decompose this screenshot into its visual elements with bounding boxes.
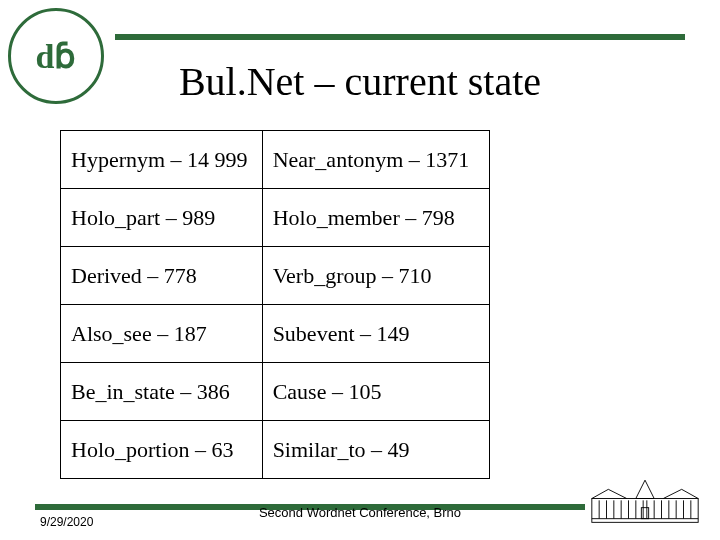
cell-also-see: Also_see – 187 [61, 305, 263, 363]
svg-marker-2 [636, 480, 654, 498]
header-divider [115, 34, 685, 40]
cell-near-antonym: Near_antonym – 1371 [262, 131, 489, 189]
table-row: Derived – 778 Verb_group – 710 [61, 247, 490, 305]
cell-derived: Derived – 778 [61, 247, 263, 305]
cell-holo-part: Holo_part – 989 [61, 189, 263, 247]
table-row: Holo_part – 989 Holo_member – 798 [61, 189, 490, 247]
table-row: Hypernym – 14 999 Near_antonym – 1371 [61, 131, 490, 189]
table-row: Holo_portion – 63 Similar_to – 49 [61, 421, 490, 479]
cell-similar-to: Similar_to – 49 [262, 421, 489, 479]
stats-table: Hypernym – 14 999 Near_antonym – 1371 Ho… [60, 130, 490, 479]
cell-cause: Cause – 105 [262, 363, 489, 421]
footer-date: 9/29/2020 [40, 515, 93, 529]
svg-rect-17 [641, 508, 648, 519]
table-row: Be_in_state – 386 Cause – 105 [61, 363, 490, 421]
cell-verb-group: Verb_group – 710 [262, 247, 489, 305]
cell-holo-member: Holo_member – 798 [262, 189, 489, 247]
slide-title: Bul.Net – current state [0, 58, 720, 105]
building-icon [590, 471, 700, 526]
cell-holo-portion: Holo_portion – 63 [61, 421, 263, 479]
table-row: Also_see – 187 Subevent – 149 [61, 305, 490, 363]
cell-hypernym: Hypernym – 14 999 [61, 131, 263, 189]
cell-subevent: Subevent – 149 [262, 305, 489, 363]
cell-be-in-state: Be_in_state – 386 [61, 363, 263, 421]
